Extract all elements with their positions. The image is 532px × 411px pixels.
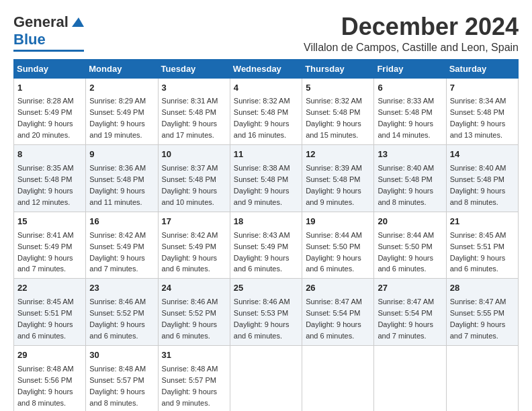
calendar-cell-day-18: 18 Sunrise: 8:43 AMSunset: 5:49 PMDaylig… [230,212,302,279]
day-info: Sunrise: 8:36 AMSunset: 5:48 PMDaylight:… [89,164,146,206]
day-number: 2 [89,82,154,95]
day-number: 26 [306,282,370,295]
day-info: Sunrise: 8:38 AMSunset: 5:48 PMDaylight:… [234,164,290,206]
calendar-table: Sunday Monday Tuesday Wednesday Thursday… [13,59,519,411]
day-info: Sunrise: 8:29 AMSunset: 5:49 PMDaylight:… [89,97,146,139]
day-number: 18 [234,216,298,228]
day-info: Sunrise: 8:28 AMSunset: 5:49 PMDaylight:… [17,97,74,139]
calendar-cell-day-17: 17 Sunrise: 8:42 AMSunset: 5:49 PMDaylig… [158,212,230,279]
calendar-cell-day-4: 4 Sunrise: 8:32 AMSunset: 5:48 PMDayligh… [230,78,302,145]
col-wednesday: Wednesday [230,59,302,78]
day-info: Sunrise: 8:47 AMSunset: 5:55 PMDaylight:… [450,298,506,340]
day-info: Sunrise: 8:48 AMSunset: 5:56 PMDaylight:… [17,365,74,407]
logo-icon [69,15,84,30]
logo-blue-text: Blue [13,31,46,48]
day-number: 19 [306,216,370,228]
day-info: Sunrise: 8:44 AMSunset: 5:50 PMDaylight:… [306,231,362,273]
page-header: General Blue December 2024 Villalon de C… [13,13,519,54]
calendar-week-1: 1 Sunrise: 8:28 AMSunset: 5:49 PMDayligh… [14,78,519,145]
calendar-cell-day-29: 29 Sunrise: 8:48 AMSunset: 5:56 PMDaylig… [14,345,86,411]
calendar-cell-day-30: 30 Sunrise: 8:48 AMSunset: 5:57 PMDaylig… [86,345,158,411]
empty-cell [374,345,446,411]
calendar-cell-day-20: 20 Sunrise: 8:44 AMSunset: 5:50 PMDaylig… [374,212,446,279]
day-number: 6 [378,82,442,95]
day-info: Sunrise: 8:45 AMSunset: 5:51 PMDaylight:… [450,231,506,273]
day-number: 31 [162,349,226,362]
calendar-week-4: 22 Sunrise: 8:45 AMSunset: 5:51 PMDaylig… [14,279,519,346]
day-number: 25 [234,282,298,295]
day-number: 23 [89,282,154,295]
page-subtitle: Villalon de Campos, Castille and Leon, S… [304,42,519,54]
empty-cell [302,345,374,411]
col-monday: Monday [86,59,158,78]
day-info: Sunrise: 8:44 AMSunset: 5:50 PMDaylight:… [378,231,434,273]
calendar-cell-day-27: 27 Sunrise: 8:47 AMSunset: 5:54 PMDaylig… [374,279,446,346]
day-number: 16 [89,216,154,228]
day-number: 1 [17,82,82,95]
calendar-cell-day-19: 19 Sunrise: 8:44 AMSunset: 5:50 PMDaylig… [302,212,374,279]
day-number: 15 [17,216,82,228]
calendar-cell-day-3: 3 Sunrise: 8:31 AMSunset: 5:48 PMDayligh… [158,78,230,145]
calendar-cell-day-23: 23 Sunrise: 8:46 AMSunset: 5:52 PMDaylig… [86,279,158,346]
col-saturday: Saturday [446,59,518,78]
page-title: December 2024 [304,13,519,40]
calendar-cell-day-24: 24 Sunrise: 8:46 AMSunset: 5:52 PMDaylig… [158,279,230,346]
logo-divider [13,50,84,52]
calendar-cell-day-16: 16 Sunrise: 8:42 AMSunset: 5:49 PMDaylig… [86,212,158,279]
day-number: 24 [162,282,226,295]
calendar-cell-day-10: 10 Sunrise: 8:37 AMSunset: 5:48 PMDaylig… [158,145,230,212]
day-info: Sunrise: 8:35 AMSunset: 5:48 PMDaylight:… [17,164,74,206]
day-info: Sunrise: 8:43 AMSunset: 5:49 PMDaylight:… [234,231,290,273]
day-info: Sunrise: 8:42 AMSunset: 5:49 PMDaylight:… [162,231,218,273]
day-number: 21 [450,216,515,228]
svg-marker-0 [72,17,84,27]
day-info: Sunrise: 8:47 AMSunset: 5:54 PMDaylight:… [306,298,362,340]
day-info: Sunrise: 8:31 AMSunset: 5:48 PMDaylight:… [162,97,218,139]
day-number: 22 [17,282,82,295]
calendar-cell-day-11: 11 Sunrise: 8:38 AMSunset: 5:48 PMDaylig… [230,145,302,212]
calendar-cell-day-26: 26 Sunrise: 8:47 AMSunset: 5:54 PMDaylig… [302,279,374,346]
calendar-cell-day-14: 14 Sunrise: 8:40 AMSunset: 5:48 PMDaylig… [446,145,518,212]
day-info: Sunrise: 8:40 AMSunset: 5:48 PMDaylight:… [378,164,434,206]
col-friday: Friday [374,59,446,78]
calendar-cell-day-12: 12 Sunrise: 8:39 AMSunset: 5:48 PMDaylig… [302,145,374,212]
day-info: Sunrise: 8:48 AMSunset: 5:57 PMDaylight:… [162,365,218,407]
day-number: 8 [17,148,82,161]
calendar-cell-day-28: 28 Sunrise: 8:47 AMSunset: 5:55 PMDaylig… [446,279,518,346]
day-info: Sunrise: 8:32 AMSunset: 5:48 PMDaylight:… [306,97,362,139]
day-info: Sunrise: 8:32 AMSunset: 5:48 PMDaylight:… [234,97,290,139]
day-number: 9 [89,148,154,161]
day-info: Sunrise: 8:37 AMSunset: 5:48 PMDaylight:… [162,164,218,206]
calendar-week-3: 15 Sunrise: 8:41 AMSunset: 5:49 PMDaylig… [14,212,519,279]
day-info: Sunrise: 8:48 AMSunset: 5:57 PMDaylight:… [89,365,146,407]
day-info: Sunrise: 8:46 AMSunset: 5:53 PMDaylight:… [234,298,290,340]
calendar-cell-day-31: 31 Sunrise: 8:48 AMSunset: 5:57 PMDaylig… [158,345,230,411]
day-number: 5 [306,82,370,95]
day-number: 3 [162,82,226,95]
logo-text: General [13,13,69,31]
calendar-cell-day-9: 9 Sunrise: 8:36 AMSunset: 5:48 PMDayligh… [86,145,158,212]
empty-cell [446,345,518,411]
day-info: Sunrise: 8:39 AMSunset: 5:48 PMDaylight:… [306,164,362,206]
title-area: December 2024 Villalon de Campos, Castil… [304,13,519,54]
day-info: Sunrise: 8:46 AMSunset: 5:52 PMDaylight:… [89,298,146,340]
day-number: 14 [450,148,515,161]
day-number: 29 [17,349,82,362]
calendar-week-2: 8 Sunrise: 8:35 AMSunset: 5:48 PMDayligh… [14,145,519,212]
calendar-cell-day-6: 6 Sunrise: 8:33 AMSunset: 5:48 PMDayligh… [374,78,446,145]
calendar-header-row: Sunday Monday Tuesday Wednesday Thursday… [14,59,519,78]
logo: General Blue [13,13,84,52]
day-number: 27 [378,282,442,295]
calendar-cell-day-13: 13 Sunrise: 8:40 AMSunset: 5:48 PMDaylig… [374,145,446,212]
day-number: 17 [162,216,226,228]
day-info: Sunrise: 8:40 AMSunset: 5:48 PMDaylight:… [450,164,506,206]
calendar-cell-day-15: 15 Sunrise: 8:41 AMSunset: 5:49 PMDaylig… [14,212,86,279]
calendar-cell-day-2: 2 Sunrise: 8:29 AMSunset: 5:49 PMDayligh… [86,78,158,145]
empty-cell [230,345,302,411]
calendar-cell-day-1: 1 Sunrise: 8:28 AMSunset: 5:49 PMDayligh… [14,78,86,145]
day-number: 28 [450,282,515,295]
day-info: Sunrise: 8:33 AMSunset: 5:48 PMDaylight:… [378,97,434,139]
calendar-cell-day-25: 25 Sunrise: 8:46 AMSunset: 5:53 PMDaylig… [230,279,302,346]
calendar-cell-day-8: 8 Sunrise: 8:35 AMSunset: 5:48 PMDayligh… [14,145,86,212]
day-info: Sunrise: 8:42 AMSunset: 5:49 PMDaylight:… [89,231,146,273]
